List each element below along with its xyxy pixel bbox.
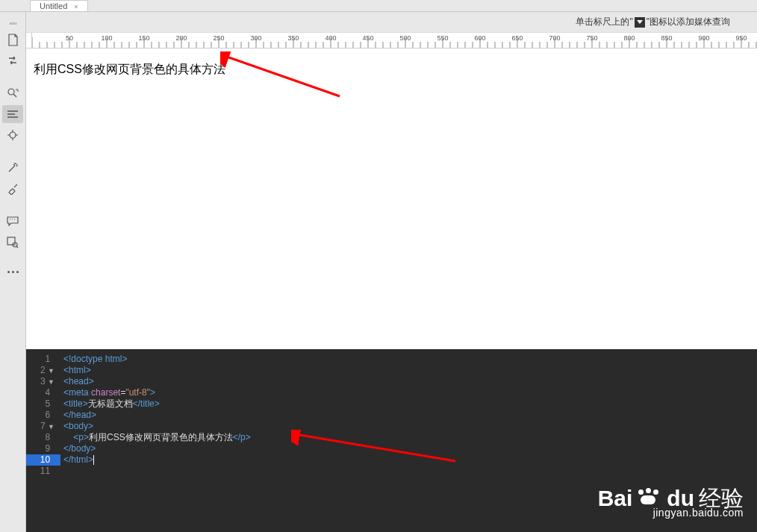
- line-number[interactable]: 1: [26, 354, 54, 365]
- preview-paragraph: 利用CSS修改网页背景色的具体方法: [34, 62, 750, 78]
- svg-text:700: 700: [549, 34, 560, 42]
- annotation-arrow-1: [220, 51, 347, 104]
- line-number[interactable]: 10: [26, 454, 60, 466]
- document-tab[interactable]: Untitled ×: [30, 0, 88, 11]
- file-icon[interactable]: [2, 31, 23, 48]
- svg-text:150: 150: [138, 34, 149, 42]
- line-number[interactable]: 9: [26, 443, 54, 454]
- svg-text:350: 350: [287, 34, 299, 42]
- hint-text-pre: 单击标尺上的": [576, 16, 632, 28]
- svg-text:50: 50: [66, 34, 73, 42]
- svg-text:100: 100: [101, 34, 112, 42]
- tab-bar: Untitled ×: [0, 0, 757, 12]
- code-line[interactable]: <head>: [63, 376, 757, 387]
- more-icon[interactable]: [7, 271, 19, 273]
- line-number[interactable]: 2 ▼: [26, 365, 54, 376]
- svg-text:450: 450: [362, 34, 373, 42]
- svg-point-0: [8, 89, 14, 95]
- line-gutter: 1 2 ▼3 ▼4 5 6 7 ▼8 9 10 11: [26, 349, 60, 532]
- line-number[interactable]: 4: [26, 387, 54, 398]
- code-line[interactable]: <title>无标题文档</title>: [63, 398, 757, 410]
- code-line[interactable]: <!doctype html>: [63, 354, 757, 365]
- svg-text:200: 200: [175, 34, 187, 42]
- code-line[interactable]: <meta charset="utf-8">: [63, 387, 757, 398]
- code-line[interactable]: [63, 466, 757, 477]
- sidebar-grip[interactable]: [4, 22, 21, 25]
- line-number[interactable]: 3 ▼: [26, 376, 54, 387]
- line-number[interactable]: 8: [26, 432, 54, 443]
- code-line[interactable]: </head>: [63, 410, 757, 421]
- target-icon[interactable]: [2, 126, 23, 144]
- svg-text:750: 750: [586, 34, 597, 42]
- code-editor[interactable]: <!doctype html><html><head><meta charset…: [60, 349, 757, 532]
- code-panel[interactable]: 1 2 ▼3 ▼4 5 6 7 ▼8 9 10 11 <!doctype htm…: [26, 349, 757, 532]
- svg-text:300: 300: [250, 34, 261, 42]
- svg-text:500: 500: [399, 34, 411, 42]
- code-line[interactable]: <body>: [63, 421, 757, 432]
- tab-title: Untitled: [40, 1, 67, 10]
- ruler[interactable]: 5010015020025030035040045050055060065070…: [26, 33, 757, 48]
- inspect-icon[interactable]: [2, 234, 23, 251]
- svg-text:550: 550: [437, 34, 448, 42]
- main-row: 单击标尺上的" "图标以添加媒体查询 501001502002503003504…: [0, 12, 757, 532]
- line-number[interactable]: 5: [26, 398, 54, 410]
- wand-icon[interactable]: [2, 159, 23, 177]
- line-number[interactable]: 7 ▼: [26, 421, 54, 432]
- preview-canvas[interactable]: 利用CSS修改网页背景色的具体方法: [26, 48, 757, 349]
- code-line[interactable]: </html>: [63, 454, 757, 466]
- svg-text:650: 650: [511, 34, 523, 42]
- svg-point-1: [10, 132, 16, 138]
- svg-rect-3: [7, 237, 15, 245]
- svg-text:250: 250: [213, 34, 224, 42]
- code-line[interactable]: <p>利用CSS修改网页背景色的具体方法</p>: [63, 432, 757, 443]
- sidebar: [0, 12, 26, 532]
- brush-icon[interactable]: [2, 180, 23, 198]
- search-code-icon[interactable]: [2, 84, 23, 102]
- svg-text:850: 850: [661, 34, 672, 42]
- svg-text:600: 600: [474, 34, 485, 42]
- svg-text:800: 800: [623, 34, 635, 42]
- transfer-icon[interactable]: [2, 51, 23, 69]
- close-icon[interactable]: ×: [74, 3, 78, 10]
- code-line[interactable]: <html>: [63, 365, 757, 376]
- line-number[interactable]: 11: [26, 466, 54, 477]
- align-icon[interactable]: [2, 105, 23, 123]
- media-query-marker-icon: [635, 17, 645, 28]
- ruler-corner: [26, 33, 32, 48]
- code-line[interactable]: </body>: [63, 443, 757, 454]
- svg-point-2: [16, 184, 17, 186]
- ruler-hint-bar: 单击标尺上的" "图标以添加媒体查询: [26, 12, 757, 33]
- hint-text-post: "图标以添加媒体查询: [647, 16, 730, 28]
- svg-text:900: 900: [698, 34, 709, 42]
- svg-text:950: 950: [735, 34, 747, 42]
- line-number[interactable]: 6: [26, 410, 54, 421]
- workarea: 单击标尺上的" "图标以添加媒体查询 501001502002503003504…: [26, 12, 757, 532]
- svg-text:400: 400: [325, 34, 336, 42]
- comment-icon[interactable]: [2, 213, 23, 231]
